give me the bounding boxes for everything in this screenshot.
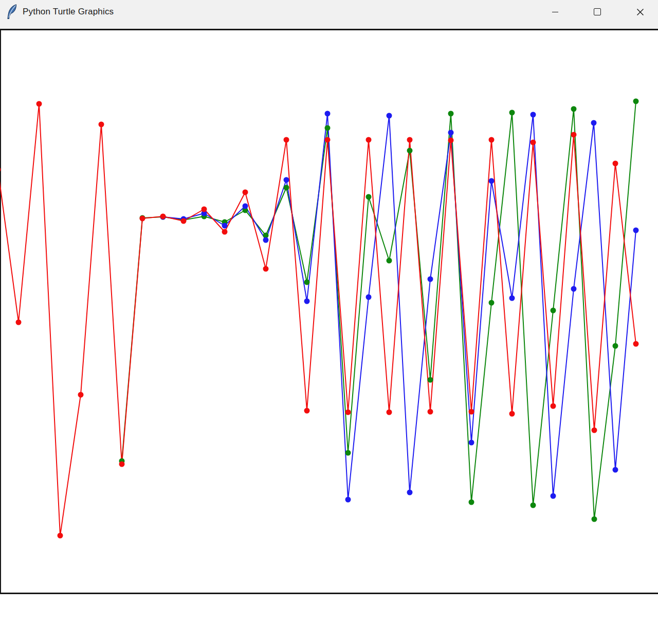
minimize-icon xyxy=(552,12,558,12)
tk-feather-icon xyxy=(7,4,18,20)
title-bar[interactable]: Python Turtle Graphics xyxy=(0,0,658,29)
window-title: Python Turtle Graphics xyxy=(23,7,114,17)
turtle-graphics-window: { "window": { "title": "Python Turtle Gr… xyxy=(0,0,658,644)
maximize-icon xyxy=(594,8,601,15)
maximize-button[interactable] xyxy=(582,0,612,24)
minimize-button[interactable] xyxy=(540,0,570,24)
close-icon xyxy=(636,8,644,16)
close-button[interactable] xyxy=(625,0,655,24)
turtle-canvas xyxy=(0,29,658,594)
